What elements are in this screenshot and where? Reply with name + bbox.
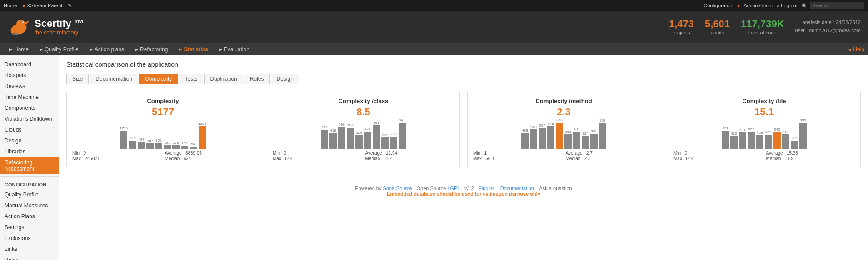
bar-wrapper-2-5: 363 bbox=[564, 130, 572, 149]
bar-3-2 bbox=[739, 132, 746, 149]
sidebar: Dashboard Hotspots Reviews Time Machine … bbox=[0, 55, 59, 260]
tab-design[interactable]: Design bbox=[271, 74, 299, 84]
sidebar-item-manual-measures[interactable]: Manual Measures bbox=[0, 200, 59, 211]
edit-icon[interactable]: ✎ bbox=[68, 3, 72, 9]
plugins-link[interactable]: Plugins bbox=[479, 186, 495, 191]
admin-link[interactable]: Administrator bbox=[743, 3, 773, 8]
bar-wrapper-0-1: 619 bbox=[129, 136, 136, 149]
sidebar-item-links[interactable]: Links bbox=[0, 244, 59, 255]
home-link[interactable]: Home bbox=[4, 3, 17, 8]
sidebar-item-action-plans[interactable]: Action Plans bbox=[0, 211, 59, 222]
search-box[interactable] bbox=[810, 2, 864, 9]
nav-home[interactable]: ▶ Home bbox=[4, 43, 34, 56]
audits-label: audits bbox=[705, 30, 730, 35]
bar-wrapper-1-1: 419 bbox=[329, 128, 337, 149]
sidebar-item-settings[interactable]: Settings bbox=[0, 222, 59, 233]
print-icon[interactable]: 🖶 bbox=[801, 3, 806, 8]
bar-2-8 bbox=[590, 134, 598, 149]
chart-card-2: Complexity /method2.34385485976488703634… bbox=[467, 92, 660, 167]
chart-title-3: Complexity /file bbox=[673, 98, 855, 104]
sidebar-item-libraries[interactable]: Libraries bbox=[0, 146, 59, 157]
sonar-source-link[interactable]: SonarSource bbox=[383, 186, 412, 191]
bar-1-8 bbox=[390, 137, 397, 149]
tabs-bar: Size Documentation Complexity Tests Dupl… bbox=[66, 74, 861, 84]
bar-wrapper-1-3: 586 bbox=[347, 123, 354, 149]
bar-2-2 bbox=[539, 128, 546, 149]
chart-bars-1: 545419596586324474651267290941 bbox=[273, 122, 454, 149]
user-line: user : demo2012@tocea.com bbox=[795, 27, 861, 35]
bar-0-0 bbox=[120, 131, 127, 149]
bar-1-3 bbox=[347, 128, 354, 149]
chart-value-3: 15.1 bbox=[673, 106, 855, 118]
bar-wrapper-2-3: 648 bbox=[547, 122, 554, 149]
bar-2-0 bbox=[521, 133, 529, 149]
lines-label: lines of code bbox=[741, 30, 784, 35]
nav-action-plans[interactable]: ▶ Action plans bbox=[84, 43, 130, 56]
chart-title-2: Complexity /method bbox=[473, 98, 654, 104]
bar-0-8 bbox=[190, 147, 197, 149]
sidebar-item-hotspots[interactable]: Hotspots bbox=[0, 70, 59, 81]
bar-3-6 bbox=[773, 132, 781, 149]
chart-bars-2: 438548597648870363481324391868 bbox=[473, 122, 654, 149]
chart-title-0: Complexity bbox=[72, 98, 254, 104]
tab-rules[interactable]: Rules bbox=[244, 74, 270, 84]
content-area: Statistical comparison of the applicatio… bbox=[59, 55, 868, 260]
footer-links: Powered by SonarSource - Open Source LGP… bbox=[74, 186, 853, 191]
nav-refactoring[interactable]: ▶ Refactoring bbox=[130, 43, 173, 56]
bar-wrapper-1-9: 941 bbox=[399, 118, 406, 149]
sidebar-item-clouds[interactable]: Clouds bbox=[0, 124, 59, 135]
bar-0-6 bbox=[172, 145, 180, 149]
search-input[interactable] bbox=[810, 2, 864, 9]
bar-0-7 bbox=[181, 146, 188, 149]
lgpl-link[interactable]: LGPL bbox=[447, 186, 460, 191]
bar-wrapper-0-7: 155 bbox=[181, 141, 188, 149]
chart-stats-2: Min 1 Average 2.7 Max 56.1 Median 2.3 bbox=[473, 151, 654, 161]
sidebar-item-dashboard[interactable]: Dashboard bbox=[0, 59, 59, 70]
documentation-link[interactable]: Documentation bbox=[500, 186, 534, 191]
nav-evaluation[interactable]: ▶ Evaluation bbox=[214, 43, 255, 56]
sidebar-item-quality-profile[interactable]: Quality Profile bbox=[0, 189, 59, 200]
sidebar-item-reviews[interactable]: Reviews bbox=[0, 81, 59, 92]
bar-3-3 bbox=[748, 132, 755, 149]
logout-link[interactable]: » Log out bbox=[777, 3, 798, 8]
tab-complexity[interactable]: Complexity bbox=[139, 74, 178, 84]
tab-documentation[interactable]: Documentation bbox=[90, 74, 138, 84]
stat-audits: 5,601 audits bbox=[705, 18, 730, 35]
tab-duplication[interactable]: Duplication bbox=[204, 74, 243, 84]
bar-wrapper-1-6: 651 bbox=[373, 121, 380, 149]
help-link[interactable]: ● Help bbox=[848, 46, 864, 53]
sidebar-item-design[interactable]: Design bbox=[0, 135, 59, 146]
bar-wrapper-3-5: 429 bbox=[765, 130, 772, 149]
bar-1-7 bbox=[381, 137, 389, 149]
sidebar-item-roles[interactable]: Roles bbox=[0, 255, 59, 260]
bar-wrapper-0-2: 487 bbox=[138, 137, 145, 149]
bar-wrapper-1-7: 267 bbox=[381, 133, 389, 149]
bar-3-8 bbox=[791, 141, 798, 149]
config-link[interactable]: Configuration bbox=[703, 3, 733, 8]
nav-quality-profile[interactable]: ▶ Quality Profile bbox=[34, 43, 84, 56]
bar-wrapper-0-8: 54 bbox=[190, 142, 197, 149]
top-bar-right: Configuration ● Administrator » Log out … bbox=[703, 2, 864, 9]
bar-wrapper-2-6: 481 bbox=[573, 127, 580, 149]
sidebar-item-time-machine[interactable]: Time Machine bbox=[0, 92, 59, 103]
bar-0-5 bbox=[164, 145, 171, 149]
bar-wrapper-0-6: 179 bbox=[172, 141, 180, 149]
bar-wrapper-1-2: 596 bbox=[338, 123, 345, 149]
chart-stats-1: Min 0 Average 12.94 Max 644 Median 11.4 bbox=[273, 151, 454, 161]
sidebar-item-exclusions[interactable]: Exclusions bbox=[0, 233, 59, 244]
tab-size[interactable]: Size bbox=[66, 74, 89, 84]
sidebar-item-refactoring-assessment[interactable]: RefactoringAssessment bbox=[0, 157, 59, 174]
tab-tests[interactable]: Tests bbox=[179, 74, 203, 84]
bar-2-6 bbox=[573, 132, 580, 149]
bar-0-4 bbox=[155, 143, 162, 149]
bar-0-9 bbox=[199, 126, 206, 149]
bar-wrapper-1-0: 545 bbox=[321, 125, 328, 149]
bar-3-9 bbox=[799, 123, 807, 149]
sidebar-item-violations-drilldown[interactable]: Violations Drilldown bbox=[0, 113, 59, 124]
chart-card-1: Complexity /class8.554541959658632447465… bbox=[267, 92, 460, 167]
sidebar-item-components[interactable]: Components bbox=[0, 103, 59, 113]
bar-wrapper-1-5: 474 bbox=[364, 127, 371, 149]
nav-statistics[interactable]: ▶ Statistics bbox=[173, 43, 213, 56]
bar-0-3 bbox=[146, 143, 154, 149]
chart-bars-3: 621410531557428429540454225995 bbox=[673, 122, 855, 149]
